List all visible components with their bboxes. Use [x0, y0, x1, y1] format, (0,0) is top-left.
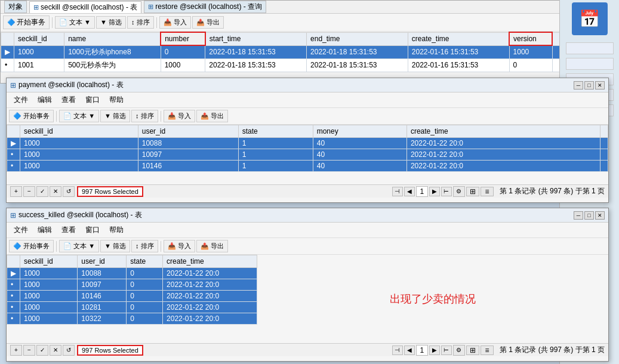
- p-filter-btn[interactable]: ▼ 筛选: [100, 110, 130, 122]
- sort-btn[interactable]: ↕ 排序: [127, 16, 154, 29]
- col-end-time[interactable]: end_time: [307, 32, 408, 45]
- menu-window[interactable]: 窗口: [81, 94, 104, 106]
- tab-seckill[interactable]: ⊞ seckill @seckill (localhost) - 表: [29, 1, 141, 13]
- sidebar-item-2[interactable]: [566, 58, 614, 70]
- p-check-btn[interactable]: ✓: [36, 186, 48, 197]
- s-last-btn[interactable]: ⊢: [441, 346, 452, 355]
- p-next-btn[interactable]: ▶: [429, 187, 440, 196]
- s-list-view-btn[interactable]: ≡: [481, 346, 494, 355]
- success-row-3[interactable]: • 1000 10281 0 2022-01-22 20:0: [7, 302, 257, 313]
- p-text-btn[interactable]: 📄 文本 ▼: [59, 110, 99, 122]
- p-x-btn[interactable]: ✕: [50, 186, 61, 197]
- s-prev-btn[interactable]: ◀: [404, 346, 415, 355]
- export-btn[interactable]: 📤 导出: [192, 16, 224, 29]
- success-row-0[interactable]: ▶ 1000 10088 0 2022-01-22 20:0: [7, 268, 257, 279]
- success-minimize-btn[interactable]: ─: [574, 211, 583, 220]
- p-prev-btn[interactable]: ◀: [404, 187, 415, 196]
- s-import-btn[interactable]: 📥 导入: [164, 240, 195, 252]
- payment-close-btn[interactable]: ✕: [595, 81, 605, 90]
- payment-window-controls: ─ □ ✕: [574, 81, 605, 90]
- p-begin-transaction-btn[interactable]: 🔷 开始事务: [9, 110, 54, 122]
- seckill-row-1001[interactable]: • 1001 500元秒杀华为 1000 2022-01-18 15:31:53…: [1, 58, 561, 72]
- cell-version-1: 0: [509, 58, 552, 72]
- cell-start-0: 2022-01-18 15:31:53: [205, 45, 307, 58]
- menu-edit[interactable]: 编辑: [33, 94, 57, 106]
- seckill-row-1000[interactable]: ▶ 1000 1000元秒杀iphone8 0 2022-01-18 15:31…: [1, 45, 561, 58]
- s-check-btn[interactable]: ✓: [36, 345, 48, 356]
- s-menu-window[interactable]: 窗口: [81, 224, 104, 236]
- tab-seckill-label: seckill @seckill (localhost) - 表: [41, 2, 137, 13]
- s-text-btn[interactable]: 📄 文本 ▼: [59, 240, 99, 252]
- payment-maximize-btn[interactable]: □: [584, 81, 594, 90]
- success-close-btn[interactable]: ✕: [595, 211, 605, 220]
- p-state-1: 1: [238, 149, 313, 161]
- p-col-user-id[interactable]: user_id: [138, 125, 238, 138]
- success-row-1[interactable]: • 1000 10097 0 2022-01-22 20:0: [7, 279, 257, 291]
- p-col-create-time[interactable]: create_time: [406, 125, 600, 138]
- tab-objects[interactable]: 对象: [4, 1, 27, 13]
- s-gear-btn[interactable]: ⚙: [453, 345, 465, 356]
- payment-row-1[interactable]: • 1000 10097 1 40 2022-01-22 20:0: [7, 149, 608, 161]
- s-arrow-1: •: [7, 279, 20, 291]
- s-menu-file[interactable]: 文件: [9, 224, 33, 236]
- p-refresh-btn[interactable]: ↺: [63, 186, 75, 197]
- col-start-time[interactable]: start_time: [205, 32, 307, 45]
- col-create-time[interactable]: create_time: [408, 32, 509, 45]
- begin-transaction-btn[interactable]: 🔷 开始事务: [3, 16, 50, 29]
- s-next-btn[interactable]: ▶: [429, 346, 440, 355]
- col-name[interactable]: name: [64, 32, 161, 45]
- s-col-state[interactable]: state: [127, 255, 163, 268]
- text-btn[interactable]: 📄 文本 ▼: [55, 16, 95, 29]
- col-number[interactable]: number: [161, 32, 205, 45]
- s-grid-view-btn[interactable]: ⊞: [466, 346, 479, 355]
- p-col-state[interactable]: state: [238, 125, 313, 138]
- s-x-btn[interactable]: ✕: [50, 345, 61, 356]
- success-row-2[interactable]: • 1000 10146 0 2022-01-22 20:0: [7, 291, 257, 302]
- s-create-3: 2022-01-22 20:0: [163, 302, 257, 313]
- p-toolbar-sep-2: [161, 111, 161, 122]
- p-page-num[interactable]: 1: [416, 186, 428, 197]
- payment-row-0[interactable]: ▶ 1000 10088 1 40 2022-01-22 20:0: [7, 138, 608, 149]
- filter-btn[interactable]: ▼ 筛选: [96, 16, 126, 29]
- s-begin-transaction-btn[interactable]: 🔷 开始事务: [9, 240, 54, 252]
- s-add-btn[interactable]: +: [10, 345, 22, 356]
- p-first-btn[interactable]: ⊣: [392, 187, 403, 196]
- success-row-4[interactable]: • 1000 10322 0 2022-01-22 20:0: [7, 313, 257, 325]
- p-sort-btn[interactable]: ↕ 排序: [131, 110, 158, 122]
- menu-view[interactable]: 查看: [57, 94, 81, 106]
- s-filter-btn[interactable]: ▼ 筛选: [100, 240, 130, 252]
- s-menu-edit[interactable]: 编辑: [33, 224, 57, 236]
- s-col-create-time[interactable]: create_time: [163, 255, 257, 268]
- import-btn[interactable]: 📥 导入: [159, 16, 191, 29]
- s-menu-help[interactable]: 帮助: [104, 224, 128, 236]
- success-maximize-btn[interactable]: □: [584, 211, 594, 220]
- p-grid-view-btn[interactable]: ⊞: [466, 187, 479, 196]
- s-menu-view[interactable]: 查看: [57, 224, 81, 236]
- s-export-btn[interactable]: 📤 导出: [196, 240, 228, 252]
- p-add-btn[interactable]: +: [10, 186, 22, 197]
- sidebar-item-1[interactable]: [566, 42, 614, 54]
- p-list-view-btn[interactable]: ≡: [481, 187, 494, 196]
- s-col-seckill-id[interactable]: seckill_id: [20, 255, 78, 268]
- p-col-seckill-id[interactable]: seckill_id: [20, 125, 138, 138]
- s-sort-btn[interactable]: ↕ 排序: [131, 240, 158, 252]
- p-last-btn[interactable]: ⊢: [441, 187, 452, 196]
- toolbar-sep-2: [156, 17, 157, 28]
- tab-restore[interactable]: ⊞ restore @seckill (localhost) - 查询: [144, 1, 266, 13]
- payment-minimize-btn[interactable]: ─: [574, 81, 583, 90]
- s-remove-btn[interactable]: −: [23, 345, 35, 356]
- menu-help[interactable]: 帮助: [104, 94, 128, 106]
- p-gear-btn[interactable]: ⚙: [453, 186, 465, 197]
- p-col-money[interactable]: money: [313, 125, 406, 138]
- col-version[interactable]: version: [509, 32, 552, 45]
- payment-row-2[interactable]: • 1000 10146 1 40 2022-01-22 20:0: [7, 161, 608, 172]
- s-refresh-btn[interactable]: ↺: [63, 345, 75, 356]
- s-first-btn[interactable]: ⊣: [392, 346, 403, 355]
- s-col-user-id[interactable]: user_id: [78, 255, 127, 268]
- col-seckill-id[interactable]: seckill_id: [14, 32, 64, 45]
- p-remove-btn[interactable]: −: [23, 186, 35, 197]
- p-import-btn[interactable]: 📥 导入: [164, 110, 195, 122]
- s-page-num[interactable]: 1: [416, 345, 428, 356]
- p-export-btn[interactable]: 📤 导出: [196, 110, 228, 122]
- menu-file[interactable]: 文件: [9, 94, 33, 106]
